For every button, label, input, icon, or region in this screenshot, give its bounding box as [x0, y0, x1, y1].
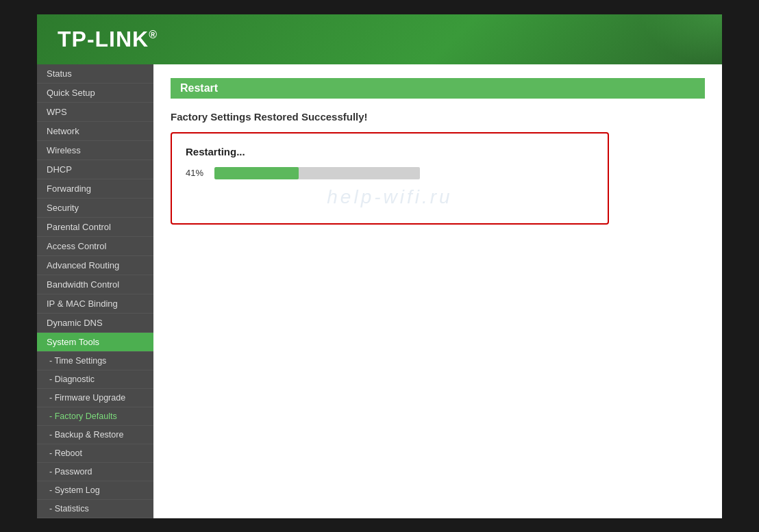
sidebar-item-parental-control[interactable]: Parental Control [37, 218, 153, 237]
sidebar: StatusQuick SetupWPSNetworkWirelessDHCPF… [37, 64, 153, 518]
sidebar-item-reboot[interactable]: - Reboot [37, 444, 153, 463]
sidebar-item-bandwidth-control[interactable]: Bandwidth Control [37, 275, 153, 294]
sidebar-item-statistics[interactable]: - Statistics [37, 500, 153, 518]
sidebar-item-security[interactable]: Security [37, 199, 153, 218]
main-layout: StatusQuick SetupWPSNetworkWirelessDHCPF… [37, 64, 722, 518]
sidebar-item-wireless[interactable]: Wireless [37, 141, 153, 160]
logo: TP-LINK® [58, 27, 701, 52]
page-title: Restart [171, 78, 705, 99]
progress-bar-fill [214, 167, 299, 179]
sidebar-item-backup-restore[interactable]: - Backup & Restore [37, 426, 153, 444]
sidebar-item-dynamic-dns[interactable]: Dynamic DNS [37, 314, 153, 333]
sidebar-item-quick-setup[interactable]: Quick Setup [37, 84, 153, 103]
sidebar-item-time-settings[interactable]: - Time Settings [37, 352, 153, 370]
sidebar-item-network[interactable]: Network [37, 122, 153, 141]
progress-bar-background [214, 167, 420, 179]
restart-box: Restarting... 41% help-wifi.ru [171, 132, 609, 225]
sidebar-item-dhcp[interactable]: DHCP [37, 160, 153, 179]
sidebar-item-password[interactable]: - Password [37, 463, 153, 481]
watermark: help-wifi.ru [186, 186, 594, 208]
sidebar-item-forwarding[interactable]: Forwarding [37, 179, 153, 199]
logo-text: TP-LINK [58, 27, 149, 51]
restart-label: Restarting... [186, 146, 594, 157]
sidebar-item-system-log[interactable]: - System Log [37, 481, 153, 500]
logo-reg: ® [149, 29, 158, 40]
progress-percent: 41% [186, 168, 208, 178]
progress-row: 41% [186, 167, 594, 179]
sidebar-item-advanced-routing[interactable]: Advanced Routing [37, 256, 153, 275]
sidebar-item-diagnostic[interactable]: - Diagnostic [37, 370, 153, 389]
sidebar-item-wps[interactable]: WPS [37, 103, 153, 122]
content-area: Restart Factory Settings Restored Succes… [153, 64, 722, 518]
header: TP-LINK® [37, 14, 722, 64]
sidebar-item-system-tools[interactable]: System Tools [37, 333, 153, 352]
sidebar-item-status[interactable]: Status [37, 64, 153, 84]
sidebar-item-ip-mac-binding[interactable]: IP & MAC Binding [37, 294, 153, 314]
sidebar-item-factory-defaults[interactable]: - Factory Defaults [37, 407, 153, 426]
sidebar-item-access-control[interactable]: Access Control [37, 237, 153, 256]
router-ui: TP-LINK® StatusQuick SetupWPSNetworkWire… [37, 14, 722, 518]
section-title: Factory Settings Restored Successfully! [171, 111, 705, 123]
sidebar-item-firmware-upgrade[interactable]: - Firmware Upgrade [37, 389, 153, 407]
